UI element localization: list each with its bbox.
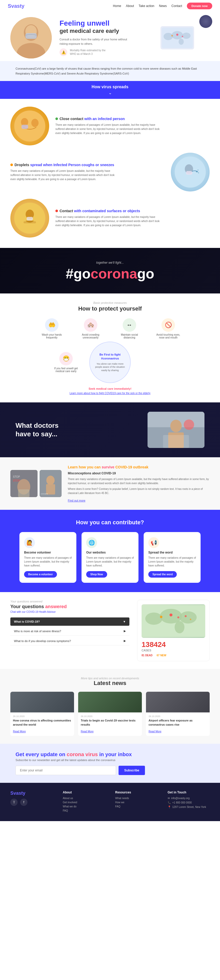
faq-item-2[interactable]: What to do if you develop corona symptom… — [10, 636, 129, 645]
faq-question-row-1[interactable]: Who is more at risk of severe illness? ▶ — [10, 627, 129, 635]
footer-about-col: About About us Get involved What we do F… — [63, 791, 105, 813]
contribute-card-1: 🌐 Our websites There are many variations… — [81, 532, 139, 583]
svg-point-20 — [198, 170, 199, 170]
faq-item-header-0[interactable]: What is COVID-19? ▼ — [10, 617, 129, 626]
contact-svg — [14, 203, 45, 234]
protect-middle-row: 😷 If you feel unwell get medical care ea… — [10, 342, 210, 383]
subscribe-heading: Get every update on corona virus in your… — [16, 751, 204, 757]
facebook-icon[interactable]: f — [20, 799, 27, 806]
news-card-2: 26.10.2020 Airport officers fear exposur… — [146, 692, 210, 736]
footer-about-item-1[interactable]: Get involved — [63, 801, 105, 804]
survive-find-out-link[interactable]: Find out more — [68, 499, 85, 502]
faq-item-0[interactable]: What is COVID-19? ▼ — [10, 617, 129, 626]
faq-stats-sub: 81 DEAD 67 NEW — [142, 654, 205, 657]
hero-section: Feeling unwell get medical care early Co… — [0, 12, 220, 61]
faq-new-label: 67 NEW — [156, 654, 166, 657]
protect-item-3: 🚫 Avoid touching eyes, nose and mouth — [155, 318, 181, 339]
news-date-1: 26.10.2020 — [81, 715, 139, 718]
learn-more-link[interactable]: Learn more about how to fight COVID19 ca… — [10, 392, 210, 395]
nav-news[interactable]: News — [159, 4, 167, 8]
contribute-btn-1[interactable]: Shop Now — [86, 571, 107, 578]
footer-resources-col: Resources What needs How we FAQ — [115, 791, 157, 813]
protect-center-sub: You alone can make more people aware of … — [94, 362, 126, 372]
twitter-icon[interactable]: 𝕋 — [10, 799, 18, 806]
contribute-card-text-1: There are many variations of passages of… — [86, 556, 134, 568]
donate-button[interactable]: Donate now — [187, 3, 212, 9]
contribute-card-title-1: Our websites — [86, 551, 134, 554]
faq-question-row-2[interactable]: What to do if you develop corona symptom… — [10, 636, 129, 645]
faq-map-svg — [142, 604, 205, 638]
svg-point-6 — [164, 33, 173, 40]
footer-about-item-0[interactable]: About us — [63, 797, 105, 800]
hero-image — [10, 17, 52, 59]
svg-point-29 — [170, 420, 182, 432]
footer-res-item-0[interactable]: What needs — [115, 797, 157, 800]
doctors-section: What doctors have to say... — [0, 402, 220, 457]
svg-rect-22 — [186, 171, 192, 175]
svg-point-48 — [177, 616, 179, 619]
protect-label-0: Wash your hands frequently — [39, 333, 65, 339]
avatar — [199, 15, 212, 28]
survive-text-2: Where does it come from? Contrary to pop… — [68, 487, 210, 495]
news-card-body-2: 26.10.2020 Airport officers fear exposur… — [146, 713, 210, 736]
footer-about-item-2[interactable]: What we do — [63, 805, 105, 808]
footer-phone: 📞 +1 800 000 0000 — [168, 801, 210, 804]
svg-point-50 — [185, 616, 187, 617]
spread-content-3: Contact with contaminated surfaces or ob… — [56, 209, 164, 228]
hero-map — [161, 26, 194, 49]
contribute-card-2: 📢 Spread the word There are many variati… — [143, 532, 201, 583]
svg-point-8 — [182, 33, 190, 39]
protect-icon-2: ↔️ — [123, 318, 136, 332]
contribute-btn-0[interactable]: Become a volunteer — [24, 571, 57, 578]
subscribe-input[interactable] — [16, 766, 116, 775]
news-header: More tips and articles on recent develop… — [10, 677, 210, 687]
virus-spread-header: How virus spreads ⌄ — [0, 81, 220, 99]
nav-contact[interactable]: Contact — [171, 4, 182, 8]
news-read-more-0[interactable]: Read More — [13, 730, 26, 733]
seek-medical-link[interactable]: Seek medical care immediately! — [10, 387, 210, 390]
spread-image-1 — [10, 107, 49, 145]
svg-point-9 — [179, 38, 184, 45]
footer-resources-list: What needs How we FAQ — [115, 797, 157, 808]
news-card-title-1: Trials to begin as Covid-19 vaccine test… — [81, 719, 139, 727]
contribute-btn-2[interactable]: Spread the word — [148, 571, 177, 578]
faq-question-text-1: Who is more at risk of severe illness? — [14, 630, 61, 633]
protect-section: Basic protective measures How to protect… — [0, 293, 220, 402]
footer-logo[interactable]: Svasty — [10, 791, 53, 796]
footer-about-item-3[interactable]: FAQ — [63, 809, 105, 812]
news-img-2 — [146, 692, 210, 713]
faq-stats-label: CASES — [142, 649, 205, 652]
spread-title-1: Close contact with an infected person — [56, 117, 164, 121]
nav-links: Home About Take action News Contact Dona… — [113, 3, 212, 9]
hashtag-together: together we'll fight... — [10, 261, 210, 264]
svg-rect-31 — [163, 435, 189, 448]
spread-title-2: Droplets spread when Infected Person cou… — [10, 163, 164, 167]
contribute-card-0: 🙋 Become volunteer There are many variat… — [19, 532, 77, 583]
footer-res-item-2[interactable]: FAQ — [115, 805, 157, 808]
spread-item-2: Droplets spread when Infected Person cou… — [10, 153, 210, 191]
doctors-image — [148, 412, 204, 448]
svg-point-19 — [196, 171, 198, 172]
faq-heading: Your questions answered — [10, 604, 129, 609]
news-read-more-2[interactable]: Read More — [148, 730, 161, 733]
svg-point-12 — [171, 35, 173, 37]
nav-about[interactable]: About — [126, 4, 134, 8]
footer-res-item-1[interactable]: How we — [115, 801, 157, 804]
faq-item-1[interactable]: Who is more at risk of severe illness? ▶ — [10, 627, 129, 636]
faq-stats-box: 138424 CASES 81 DEAD 67 NEW — [137, 600, 210, 661]
news-read-more-1[interactable]: Read More — [81, 730, 93, 733]
survive-img-2-svg: covare — [40, 470, 62, 497]
survive-text-1: There are many variations of passages of… — [68, 477, 210, 485]
subscribe-button[interactable]: Subscribe — [118, 766, 145, 775]
faq-right: 138424 CASES 81 DEAD 67 NEW — [137, 600, 210, 661]
logo[interactable]: Svasty — [8, 3, 25, 9]
contribute-section: How you can contribute? 🙋 Become volunte… — [0, 510, 220, 592]
spread-image-3 — [10, 199, 49, 237]
nav-take-action[interactable]: Take action — [139, 4, 155, 8]
doctors-img-svg — [148, 412, 204, 448]
protect-top-row: 🤲 Wash your hands frequently 🏘️ Avoid cr… — [10, 318, 210, 339]
virus-spread-title: How virus spreads — [4, 84, 216, 89]
faq-question-0: What is COVID-19? — [14, 620, 40, 623]
nav-home[interactable]: Home — [113, 4, 121, 8]
protect-subtitle: Basic protective measures — [10, 301, 210, 304]
